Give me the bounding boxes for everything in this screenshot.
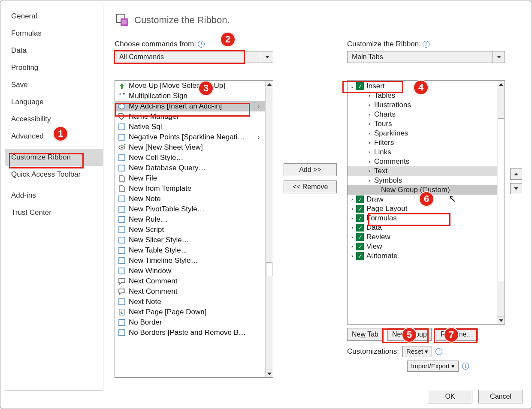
checkbox-checked-icon[interactable]: ✓ <box>356 82 364 90</box>
checkbox-checked-icon[interactable]: ✓ <box>356 233 364 241</box>
add-button[interactable]: Add >> <box>284 163 337 176</box>
info-icon[interactable]: i <box>435 348 442 355</box>
customize-ribbon-combo[interactable]: Main Tabs <box>347 51 505 63</box>
ok-button[interactable]: OK <box>428 390 472 403</box>
checkbox-checked-icon[interactable]: ✓ <box>356 214 364 222</box>
command-item[interactable]: Native Sql <box>115 122 265 132</box>
info-icon[interactable]: i <box>198 41 205 48</box>
info-icon[interactable]: i <box>423 41 429 48</box>
category-item[interactable]: General <box>5 8 103 25</box>
toggle-icon[interactable] <box>349 244 355 250</box>
toggle-icon[interactable] <box>366 102 372 108</box>
remove-button[interactable]: << Remove <box>284 180 337 193</box>
move-down-button[interactable] <box>510 183 522 194</box>
checkbox-checked-icon[interactable]: ✓ <box>356 195 364 203</box>
command-item[interactable]: No Borders [Paste and Remove B… <box>115 328 265 338</box>
tree-row[interactable]: Illustrations <box>348 100 497 110</box>
category-item[interactable]: Accessibility <box>5 111 103 128</box>
command-item[interactable]: Negative Points [Sparkline Negati…› <box>115 132 265 142</box>
command-item[interactable]: New [New Sheet View] <box>115 142 265 153</box>
command-item[interactable]: New from Template <box>115 183 265 194</box>
category-item[interactable]: Data <box>5 42 103 59</box>
toggle-icon[interactable] <box>349 253 355 259</box>
tree-row[interactable]: ✓Automate <box>348 251 497 261</box>
command-item[interactable]: Next Page [Page Down] <box>115 307 265 317</box>
command-item[interactable]: Name Manager <box>115 111 265 122</box>
checkbox-checked-icon[interactable]: ✓ <box>356 224 364 232</box>
checkbox-checked-icon[interactable]: ✓ <box>356 252 364 260</box>
toggle-icon[interactable] <box>349 206 355 212</box>
command-item[interactable]: New Script <box>115 225 265 235</box>
checkbox-checked-icon[interactable]: ✓ <box>356 243 364 250</box>
command-item[interactable]: New Slicer Style… <box>115 235 265 245</box>
category-item[interactable]: Language <box>5 93 103 111</box>
tree-row[interactable]: ✓Data <box>348 223 497 232</box>
cancel-button[interactable]: Cancel <box>478 390 523 403</box>
scroll-thumb[interactable] <box>266 262 272 276</box>
scroll-up-icon[interactable] <box>266 81 273 88</box>
category-item[interactable]: Proofing <box>5 59 103 76</box>
command-item[interactable]: Next Comment <box>115 286 265 297</box>
toggle-icon[interactable] <box>366 159 372 165</box>
tree-row[interactable]: Comments <box>348 157 497 166</box>
command-item[interactable]: New Timeline Style… <box>115 256 265 266</box>
toggle-icon[interactable] <box>349 83 355 89</box>
command-item[interactable]: New Note <box>115 194 265 204</box>
tree-row[interactable]: ✓View <box>348 242 497 251</box>
category-item[interactable]: Formulas <box>5 25 103 42</box>
scroll-thumb[interactable] <box>498 118 504 281</box>
tree-row[interactable]: Filters <box>348 138 497 147</box>
toggle-icon[interactable] <box>366 121 372 127</box>
scroll-down-icon[interactable] <box>497 316 505 324</box>
toggle-icon[interactable] <box>349 196 355 202</box>
command-item[interactable]: New Database Query… <box>115 163 265 173</box>
command-item[interactable]: “ ”Multiplication Sign <box>115 91 265 101</box>
toggle-icon[interactable] <box>366 130 372 136</box>
category-item[interactable]: Quick Access Toolbar <box>5 166 103 183</box>
toggle-icon[interactable] <box>349 234 355 240</box>
tree-row[interactable]: ✓Review <box>348 232 497 242</box>
tree-row[interactable]: ✓Formulas <box>348 214 497 223</box>
toggle-icon[interactable] <box>349 225 355 231</box>
import-export-button[interactable]: Import/Export ▾ <box>407 361 459 372</box>
command-item[interactable]: Next Note <box>115 297 265 307</box>
tree-row[interactable]: Charts <box>348 110 497 119</box>
new-tab-button[interactable]: New Tab <box>347 328 383 341</box>
scrollbar[interactable] <box>497 81 505 324</box>
tree-row[interactable]: Tours <box>348 119 497 129</box>
scroll-track[interactable] <box>497 88 505 316</box>
reset-button[interactable]: Reset ▾ <box>402 346 432 357</box>
command-item[interactable]: Next Comment <box>115 276 265 286</box>
chevron-down-icon[interactable] <box>261 51 273 63</box>
command-item[interactable]: New Rule… <box>115 214 265 225</box>
command-item[interactable]: Move Up [Move Selection Up] <box>115 81 265 91</box>
scroll-track[interactable] <box>266 88 273 370</box>
toggle-icon[interactable] <box>366 111 372 117</box>
category-item[interactable]: Customize Ribbon <box>5 149 103 166</box>
category-item[interactable]: Add-ins <box>5 187 103 204</box>
scroll-down-icon[interactable] <box>266 370 273 377</box>
move-up-button[interactable] <box>510 168 522 180</box>
tree-row[interactable]: Sparklines <box>348 129 497 138</box>
toggle-icon[interactable] <box>366 93 372 99</box>
toggle-icon[interactable] <box>349 215 355 221</box>
toggle-icon[interactable] <box>366 149 372 155</box>
toggle-icon[interactable] <box>366 140 372 146</box>
tree-row[interactable]: Text <box>348 166 497 176</box>
chevron-right-icon[interactable]: › <box>255 103 263 110</box>
info-icon[interactable]: i <box>462 363 469 370</box>
command-item[interactable]: My Add-ins [Insert an Add-in]› <box>115 101 265 111</box>
command-item[interactable]: New Cell Style… <box>115 153 265 163</box>
command-item[interactable]: New PivotTable Style… <box>115 204 265 214</box>
checkbox-checked-icon[interactable]: ✓ <box>356 205 364 213</box>
command-item[interactable]: No Border <box>115 317 265 328</box>
tree-row[interactable]: Symbols <box>348 176 497 185</box>
choose-commands-combo[interactable]: All Commands <box>115 51 273 63</box>
commands-listbox[interactable]: Move Up [Move Selection Up]“ ”Multiplica… <box>115 80 273 378</box>
toggle-icon[interactable] <box>366 168 372 174</box>
category-item[interactable]: Save <box>5 76 103 93</box>
category-item[interactable]: Trust Center <box>5 204 103 221</box>
scroll-up-icon[interactable] <box>497 81 505 88</box>
tree-row[interactable]: Links <box>348 147 497 157</box>
chevron-down-icon[interactable] <box>493 51 505 63</box>
